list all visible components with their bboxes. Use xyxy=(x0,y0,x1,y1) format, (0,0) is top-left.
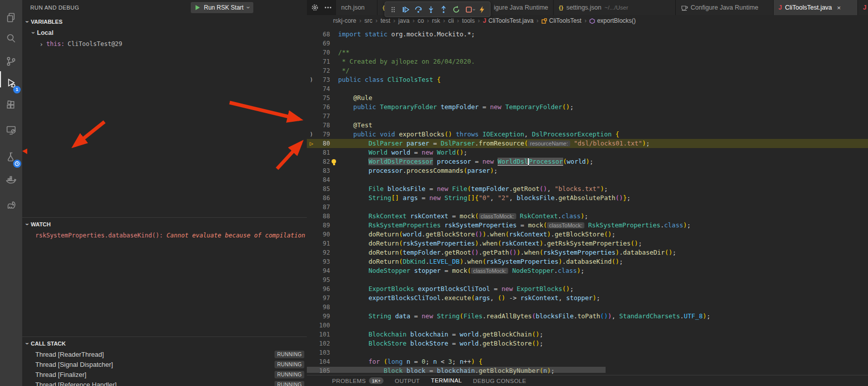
variables-header[interactable]: › VARIABLES xyxy=(22,16,307,27)
breadcrumb-item[interactable]: cli xyxy=(448,17,454,24)
gutter-fold-column[interactable] xyxy=(307,93,316,103)
restart-button[interactable] xyxy=(450,4,462,16)
close-icon[interactable]: × xyxy=(837,4,841,12)
stop-dropdown-chevron-icon[interactable]: › xyxy=(472,9,477,11)
gutter-fold-column[interactable] xyxy=(307,212,316,221)
code-line-83[interactable]: 83 processor.processCommands(parser); xyxy=(307,166,868,175)
tab-launch-json[interactable]: nch.json xyxy=(336,0,377,15)
gutter-fold-column[interactable] xyxy=(307,330,316,339)
code-line-72[interactable]: 72 */ xyxy=(307,66,868,75)
remote-explorer-icon[interactable] xyxy=(0,120,22,140)
gutter-fold-column[interactable] xyxy=(307,303,316,312)
code-line-74[interactable]: 74 xyxy=(307,84,868,93)
gutter-fold-column[interactable] xyxy=(307,57,316,66)
breadcrumb-item[interactable]: exportBlocks() xyxy=(589,17,636,24)
code-line-90[interactable]: 90 doReturn(world.getBlockStore()).when(… xyxy=(307,230,868,239)
gutter-fold-column[interactable] xyxy=(307,203,316,212)
call-stack-thread[interactable]: Thread [Reference Handler]RUNNING xyxy=(22,379,307,386)
code-line-87[interactable]: 87 xyxy=(307,203,868,212)
gutter-fold-column[interactable] xyxy=(307,157,316,166)
gear-icon[interactable] xyxy=(311,4,319,12)
code-line-102[interactable]: 102 BlockStore blockStore = world.getBlo… xyxy=(307,339,868,348)
tab-output[interactable]: OUTPUT xyxy=(395,375,420,386)
run-debug-icon[interactable]: 1 xyxy=(0,73,22,93)
code-line-92[interactable]: 92 doReturn(tempFolder.getRoot().getPath… xyxy=(307,248,868,257)
gutter-fold-column[interactable] xyxy=(307,184,316,194)
gutter-fold-column[interactable] xyxy=(307,103,316,112)
tab-settings-json[interactable]: {} settings.json ~/.../User xyxy=(554,0,675,15)
code-line-104[interactable]: 104 for (long n = 0; n < 3; n++) { xyxy=(307,357,868,366)
gutter-fold-column[interactable] xyxy=(307,321,316,330)
code-line-96[interactable]: 96 ExportBlocks exportBlocksCliTool = ne… xyxy=(307,284,868,294)
docker-icon[interactable] xyxy=(0,170,22,190)
code-line-88[interactable]: 88 RskContext rskContext = mock(classToM… xyxy=(307,212,868,221)
call-stack-thread[interactable]: Thread [Signal Dispatcher]RUNNING xyxy=(22,359,307,369)
gutter-fold-column[interactable] xyxy=(307,284,316,294)
code-line-95[interactable]: 95 xyxy=(307,275,868,284)
step-over-button[interactable] xyxy=(412,4,424,16)
gutter-fold-column[interactable] xyxy=(307,230,316,239)
call-stack-header[interactable]: › CALL STACK xyxy=(22,338,307,349)
continue-button[interactable] xyxy=(400,4,411,16)
code-line-86[interactable]: 86 String[] args = new String[]{"0", "2"… xyxy=(307,194,868,203)
code-line-73[interactable]: )73public class CliToolsTest { xyxy=(307,75,868,84)
call-stack-thread[interactable]: Thread [ReaderThread]RUNNING xyxy=(22,349,307,359)
code-line-75[interactable]: 75 @Rule xyxy=(307,93,868,103)
code-line-85[interactable]: 85 File blocksFile = new File(tempFolder… xyxy=(307,184,868,194)
extensions-icon[interactable] xyxy=(0,95,22,116)
gutter-fold-column[interactable] xyxy=(307,248,316,257)
variable-this[interactable]: › this: CliToolsTest@29 xyxy=(22,38,307,50)
code-line-82[interactable]: 82 WorldDslProcessor processor = new Wor… xyxy=(307,157,868,166)
gutter-fold-column[interactable] xyxy=(307,66,316,75)
fold-marker-icon[interactable]: ) xyxy=(307,130,316,139)
code-line-103[interactable]: 103 xyxy=(307,348,868,357)
drag-handle-icon[interactable] xyxy=(387,4,399,16)
gutter-fold-column[interactable] xyxy=(307,339,316,348)
code-line-71[interactable]: 71 * Created by ajlopez on 26/04/2020. xyxy=(307,57,868,66)
breadcrumb-item[interactable]: src xyxy=(364,17,372,24)
watch-header[interactable]: › WATCH xyxy=(22,219,307,230)
gutter-fold-column[interactable] xyxy=(307,357,316,366)
gutter-fold-column[interactable] xyxy=(307,121,316,130)
scope-local[interactable]: › Local xyxy=(22,27,307,38)
gutter-fold-column[interactable] xyxy=(307,266,316,275)
breadcrumb-item[interactable]: test xyxy=(381,17,390,24)
code-line-94[interactable]: 94 NodeStopper stopper = mock(classToMoc… xyxy=(307,266,868,275)
hot-code-replace-icon[interactable] xyxy=(476,4,488,16)
more-actions-icon[interactable] xyxy=(324,4,332,12)
breadcrumb-item[interactable]: co xyxy=(417,17,424,24)
code-line-70[interactable]: 70/** xyxy=(307,48,868,57)
code-line-98[interactable]: 98 xyxy=(307,303,868,312)
code-line-80[interactable]: ▷80 DslParser parser = DslParser.fromRes… xyxy=(307,139,868,148)
code-line-84[interactable]: 84 xyxy=(307,175,868,184)
gutter-fold-column[interactable] xyxy=(307,348,316,357)
breadcrumb-item[interactable]: JCliToolsTest.java xyxy=(483,17,533,24)
gutter-fold-column[interactable] xyxy=(307,112,316,121)
gutter-fold-column[interactable] xyxy=(307,48,316,57)
gutter-fold-column[interactable] xyxy=(307,257,316,266)
breadcrumb-item[interactable]: tools xyxy=(462,17,474,24)
tab-clipped-next[interactable]: J xyxy=(858,0,868,15)
call-stack-thread[interactable]: Thread [Finalizer]RUNNING xyxy=(22,369,307,379)
gutter-fold-column[interactable] xyxy=(307,30,316,39)
code-line-68[interactable]: 68import static org.mockito.Mockito.*; xyxy=(307,30,868,39)
tab-problems[interactable]: PROBLEMS 1K+ xyxy=(332,375,384,386)
gutter-fold-column[interactable] xyxy=(307,239,316,248)
gutter-fold-column[interactable] xyxy=(307,294,316,303)
lightbulb-icon[interactable] xyxy=(332,159,336,164)
gutter-fold-column[interactable] xyxy=(307,84,316,93)
step-out-button[interactable] xyxy=(438,4,449,16)
run-config-dropdown[interactable]: Run RSK Start › xyxy=(191,2,253,13)
code-line-76[interactable]: 76 public TemporaryFolder tempFolder = n… xyxy=(307,103,868,112)
tab-debug-console[interactable]: DEBUG CONSOLE xyxy=(473,375,526,386)
code-line-69[interactable]: 69 xyxy=(307,39,868,48)
gutter-fold-column[interactable] xyxy=(307,166,316,175)
breadcrumb-item[interactable]: java xyxy=(398,17,409,24)
gutter-fold-column[interactable] xyxy=(307,275,316,284)
source-control-icon[interactable] xyxy=(0,52,22,72)
gutter-fold-column[interactable] xyxy=(307,39,316,48)
code-line-97[interactable]: 97 exportBlocksCliTool.execute(args, () … xyxy=(307,294,868,303)
code-line-77[interactable]: 77 xyxy=(307,112,868,121)
breadcrumb-item[interactable]: CliToolsTest xyxy=(541,17,581,24)
debug-current-line-icon[interactable]: ▷ xyxy=(307,139,316,148)
